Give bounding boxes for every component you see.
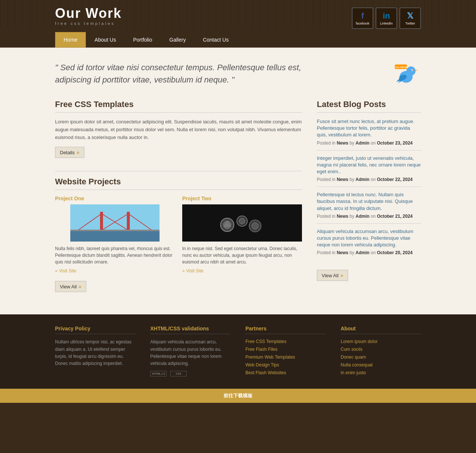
- facebook-icon: f: [361, 11, 364, 21]
- blog-post-4-category: News: [337, 250, 348, 255]
- navigation: Home About Us Portfolio Gallery Contact …: [0, 29, 476, 48]
- about-link-3[interactable]: Nulla consequat: [341, 362, 373, 368]
- view-all-blog-arrow-icon: »: [340, 272, 343, 278]
- blog-post-1: Fusce sit amet nunc lectus, at pretium a…: [317, 118, 421, 151]
- list-item: Nulla consequat: [341, 362, 421, 368]
- blog-post-2-title[interactable]: Integer imperdiet, justo ut venenatis ve…: [317, 155, 421, 175]
- list-item: Donec quam: [341, 354, 421, 360]
- partner-link-3[interactable]: Web Design Tips: [245, 362, 279, 368]
- header: Our Work free css templates f facebook i…: [0, 0, 476, 29]
- download-banner[interactable]: 前往下载模板: [0, 389, 476, 403]
- blog-post-4: Aliquam vehicula accumsan arcu, vestibul…: [317, 228, 421, 260]
- blog-post-4-date: October 20, 2024: [377, 250, 412, 255]
- xhtml-badge: XHTML 1.0: [150, 371, 167, 376]
- blog-post-2-author: Admin: [356, 177, 369, 182]
- blog-post-3-meta: Posted in News by Admin on October 21, 2…: [317, 214, 421, 219]
- nav-home[interactable]: Home: [55, 32, 86, 48]
- blog-post-2-category: News: [337, 177, 348, 182]
- view-all-projects-button[interactable]: View All »: [55, 281, 86, 292]
- blog-post-3-title[interactable]: Pellentesque id lectus nunc. Nullam quis…: [317, 191, 421, 212]
- project-one-text: Nulla felis nibh, laoreet quis pharetra …: [55, 245, 175, 265]
- footer-validation-text: Aliquam vehicula accumsan arcu, vestibul…: [150, 339, 231, 367]
- blog-post-2: Integer imperdiet, justo ut venenatis ve…: [317, 155, 421, 187]
- about-link-4[interactable]: In enim justo: [341, 370, 366, 375]
- view-all-label: View All: [60, 284, 77, 289]
- visit-two-arrow-icon: »: [182, 268, 185, 274]
- about-link-1[interactable]: Cum sociis: [341, 347, 363, 352]
- nav-contact[interactable]: Contact Us: [194, 32, 237, 48]
- svg-point-4: [412, 69, 414, 71]
- facebook-label: facebook: [356, 22, 370, 25]
- project-two-text: In in neque nisl. Sed eget consectetur u…: [182, 245, 302, 265]
- partner-link-2[interactable]: Premium Web Templates: [245, 355, 295, 360]
- download-banner-text: 前往下载模板: [223, 393, 253, 398]
- blog-post-1-date: October 23, 2024: [377, 140, 412, 146]
- footer-partners: Partners Free CSS Templates Free Flash F…: [245, 326, 326, 378]
- linkedin-icon: in: [383, 11, 390, 21]
- blog-post-3-author: Admin: [356, 214, 369, 219]
- twitter-link[interactable]: 𝕏 Twitter: [399, 7, 421, 29]
- about-link-2[interactable]: Donec quam: [341, 355, 366, 360]
- blog-post-4-author: Admin: [356, 250, 369, 255]
- list-item: In enim justo: [341, 370, 421, 375]
- partner-link-1[interactable]: Free Flash Files: [245, 347, 277, 352]
- view-all-blog-button[interactable]: View All »: [317, 270, 348, 281]
- projects-grid: Project One: [55, 195, 302, 274]
- svg-point-23: [239, 218, 245, 224]
- project-two-title: Project Two: [182, 195, 302, 201]
- list-item: Cum sociis: [341, 346, 421, 352]
- blog-post-1-title[interactable]: Fusce sit amet nunc lectus, at pretium a…: [317, 118, 421, 139]
- nav-gallery[interactable]: Gallery: [161, 32, 194, 48]
- facebook-link[interactable]: f facebook: [352, 7, 373, 29]
- logo-subtitle: free css templates: [55, 21, 122, 26]
- validation-badges: XHTML 1.0 CSS: [150, 371, 231, 376]
- project-one: Project One: [55, 195, 175, 274]
- social-icons: f facebook in LinkedIn 𝕏 Twitter: [352, 7, 421, 29]
- project-one-visit[interactable]: » Visit Site: [55, 268, 175, 274]
- projects-title: Website Projects: [55, 177, 302, 190]
- blog-post-1-meta: Posted in News by Admin on October 23, 2…: [317, 140, 421, 146]
- nav-about[interactable]: About Us: [86, 32, 125, 48]
- view-all-arrow-icon: »: [78, 284, 81, 289]
- details-arrow-icon: »: [77, 149, 80, 155]
- blog-post-4-title[interactable]: Aliquam vehicula accumsan arcu, vestibul…: [317, 228, 421, 249]
- blog-post-4-meta: Posted in News by Admin on October 20, 2…: [317, 250, 421, 255]
- footer-about: About Lorem ipsum dolor Cum sociis Donec…: [341, 326, 421, 378]
- details-button[interactable]: Details »: [55, 147, 84, 158]
- partner-link-4[interactable]: Best Flash Websites: [245, 370, 286, 375]
- twitter-label: Twitter: [405, 22, 415, 25]
- css-templates-title: Free CSS Templates: [55, 100, 302, 113]
- css-badge: CSS: [170, 371, 187, 376]
- logo-title: Our Work: [55, 6, 122, 21]
- blog-title: Latest Blog Posts: [317, 100, 421, 113]
- details-label: Details: [60, 150, 75, 155]
- blog-posts: Fusce sit amet nunc lectus, at pretium a…: [317, 118, 421, 260]
- project-two-visit[interactable]: » Visit Site: [182, 268, 302, 274]
- svg-rect-17: [70, 230, 160, 231]
- view-all-blog-label: View All: [322, 273, 338, 278]
- svg-rect-10: [70, 230, 160, 242]
- footer-about-list: Lorem ipsum dolor Cum sociis Donec quam …: [341, 339, 421, 375]
- nav-portfolio[interactable]: Portfolio: [125, 32, 161, 48]
- blog-post-2-meta: Posted in News by Admin on October 22, 2…: [317, 177, 421, 182]
- svg-point-25: [252, 223, 258, 229]
- content-area: Free CSS Templates Lorem ipsum dolor sit…: [0, 100, 476, 314]
- partner-link-0[interactable]: Free CSS Templates: [245, 339, 287, 344]
- quote-text: " Sed id tortor vitae nisi consectetur t…: [55, 61, 315, 86]
- list-item: Premium Web Templates: [245, 354, 326, 360]
- quote-section: " Sed id tortor vitae nisi consectetur t…: [0, 48, 476, 100]
- blog-post-1-category: News: [337, 140, 348, 146]
- project-two-image: [182, 204, 302, 242]
- twitter-bird-widget[interactable]: FOLLOW ME: [391, 59, 421, 88]
- footer: Privacy Policy Nullam ultrices tempor ni…: [0, 314, 476, 389]
- about-link-0[interactable]: Lorem ipsum dolor: [341, 339, 377, 344]
- project-one-title: Project One: [55, 195, 175, 201]
- blog-post-3-category: News: [337, 214, 348, 219]
- list-item: Free CSS Templates: [245, 339, 326, 344]
- twitter-icon: 𝕏: [407, 11, 414, 21]
- right-column: Latest Blog Posts Fusce sit amet nunc le…: [317, 100, 421, 300]
- list-item: Free Flash Files: [245, 346, 326, 352]
- linkedin-link[interactable]: in LinkedIn: [376, 7, 397, 29]
- left-column: Free CSS Templates Lorem ipsum dolor sit…: [55, 100, 302, 300]
- footer-about-title: About: [341, 326, 421, 334]
